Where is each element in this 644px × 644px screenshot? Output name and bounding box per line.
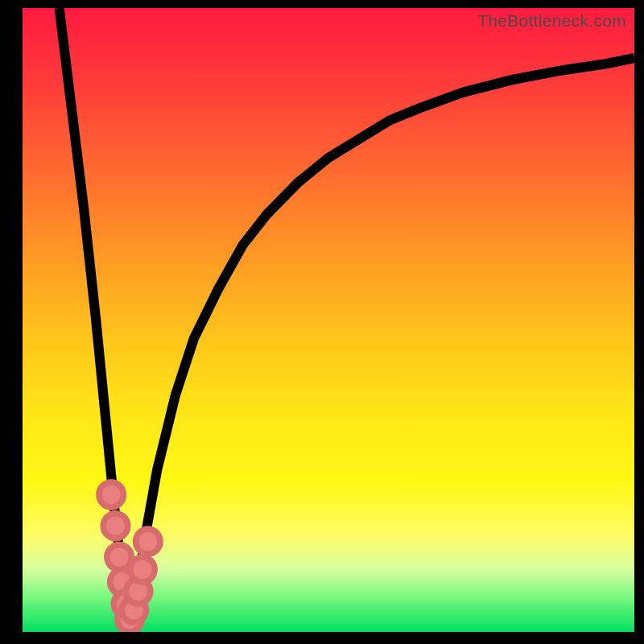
curve-right-branch <box>130 58 634 629</box>
watermark-text: TheBottleneck.com <box>477 11 626 31</box>
chart-svg <box>23 8 634 632</box>
plot-area: TheBottleneck.com <box>23 8 634 632</box>
marker-point <box>103 514 127 539</box>
marker-point <box>130 557 155 582</box>
marker-point <box>136 529 160 554</box>
marker-point <box>99 482 123 507</box>
chart-frame: TheBottleneck.com <box>0 0 644 644</box>
